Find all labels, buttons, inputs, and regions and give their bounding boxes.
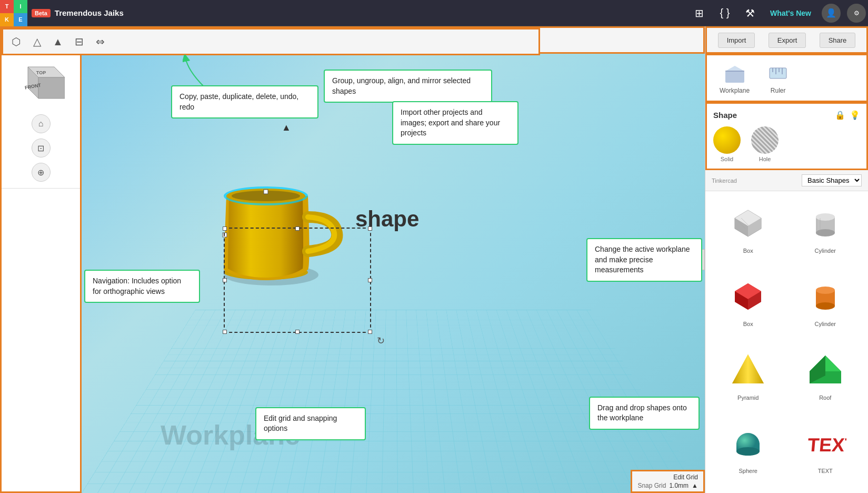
svg-rect-11: [223, 233, 227, 237]
svg-point-43: [736, 447, 760, 456]
workplane-ruler-panel: Workplane Ruler: [705, 54, 868, 102]
hole-shape-option[interactable]: Hole: [751, 126, 779, 162]
grid-view-button[interactable]: ⊞: [688, 2, 711, 25]
logo-e: E: [14, 13, 27, 26]
group-toolbar: ⬡ △ ▲ ⊟ ⇔: [2, 28, 540, 55]
shapes-grid: Box Cylinder: [705, 191, 868, 493]
mug-svg: [197, 133, 345, 291]
edit-grid-box[interactable]: Edit Grid Snap Grid 1.0mm ▲: [631, 470, 705, 493]
collapse-panel-button[interactable]: ›: [694, 249, 705, 270]
right-top-toolbar: Import Export Share: [705, 26, 868, 54]
shape-options: Solid Hole: [713, 126, 860, 162]
svg-marker-39: [732, 354, 764, 383]
library-brand: Tinkercad: [712, 178, 737, 184]
workplane-grid: [82, 310, 705, 493]
workplane-label: Workplane: [161, 419, 300, 451]
handle-right-mid: [368, 278, 372, 282]
right-panel: Import Export Share Workplane: [705, 26, 868, 493]
solid-circle[interactable]: [713, 126, 741, 154]
shape-item-cylinder-gray[interactable]: Cylinder: [787, 195, 864, 269]
hole-circle[interactable]: [751, 126, 779, 154]
svg-point-27: [816, 229, 835, 236]
svg-marker-2: [38, 77, 65, 98]
whats-new-button[interactable]: What's New: [764, 9, 817, 17]
svg-marker-13: [725, 66, 744, 71]
shape-panel-header: Shape 🔒 💡: [713, 110, 860, 120]
shape-name-box-red: Box: [743, 321, 753, 327]
user-settings[interactable]: ⚙: [847, 4, 866, 23]
topbar-right: ⊞ { } ⚒ What's New 👤 ⚙: [688, 2, 868, 25]
shape-name-roof-green: Roof: [819, 395, 831, 401]
svg-rect-15: [770, 68, 786, 78]
annotation-import-export: Import other projects and images; export…: [392, 101, 518, 145]
annotation-workplane-ruler: Change the active workplane and make pre…: [586, 238, 702, 282]
user-avatar[interactable]: 👤: [822, 4, 841, 23]
shape-name-box-gray: Box: [743, 248, 753, 254]
shape-panel: Shape 🔒 💡 Solid Hole: [705, 102, 868, 170]
svg-rect-12: [725, 71, 744, 83]
shape-name-cylinder-gray: Cylinder: [815, 248, 836, 254]
snap-grid-label: Snap Grid: [637, 482, 666, 489]
svg-text:TEXT: TEXT: [806, 434, 846, 456]
group-button[interactable]: ⬡: [6, 32, 25, 51]
shape-name-text-red: TEXT: [818, 468, 833, 474]
3d-mug: [197, 133, 345, 301]
shape-item-roof-green[interactable]: Roof: [787, 342, 864, 416]
left-toolbar: TOP FRONT ⌂ ⊡ ⊕: [0, 54, 82, 493]
tools-button[interactable]: ⚒: [739, 2, 762, 25]
shape-name-sphere-teal: Sphere: [739, 468, 757, 474]
annotation-group-align: Group, ungroup, align, and mirror select…: [324, 70, 492, 103]
logo-k: K: [0, 13, 14, 26]
library-header: Tinkercad Basic Shapes: [705, 170, 868, 191]
export-button[interactable]: Export: [769, 33, 806, 48]
annotation-copy-paste: Copy, paste, duplicate, delete, undo, re…: [171, 85, 318, 119]
lock-icon[interactable]: 🔒: [835, 110, 845, 120]
svg-point-37: [816, 287, 835, 294]
annotation-navigation: Navigation: Includes option for orthogra…: [84, 270, 200, 303]
bulb-icon[interactable]: 💡: [850, 110, 860, 120]
shape-name-cylinder-orange: Cylinder: [815, 321, 836, 327]
project-title[interactable]: Tremendous Jaiks: [55, 8, 124, 17]
align-button[interactable]: ▲: [48, 32, 67, 51]
logo-i: I: [14, 0, 27, 13]
svg-rect-10: [264, 190, 268, 194]
beta-badge: Beta: [32, 9, 51, 17]
solid-label: Solid: [721, 156, 733, 162]
import-button[interactable]: Import: [718, 33, 755, 48]
shape-item-text-red[interactable]: TEXT TEXT: [787, 416, 864, 489]
svg-point-36: [816, 302, 835, 310]
shape-item-cylinder-orange[interactable]: Cylinder: [787, 269, 864, 342]
canvas-area[interactable]: Workplane: [82, 54, 705, 493]
shape-panel-title: Shape: [713, 111, 737, 120]
hole-label: Hole: [759, 156, 771, 162]
fit-view-button[interactable]: ⊡: [32, 139, 51, 157]
top-bar: T I K E Beta Tremendous Jaiks ⊞ { } ⚒ Wh…: [0, 0, 868, 26]
ungroup-button[interactable]: △: [27, 32, 46, 51]
orthographic-button[interactable]: ⊕: [32, 163, 51, 182]
view-cube-nav: TOP FRONT ⌂ ⊡ ⊕: [2, 55, 80, 189]
svg-point-28: [816, 213, 835, 221]
shape-item-sphere-teal[interactable]: Sphere: [710, 416, 787, 489]
logo-t: T: [0, 0, 14, 13]
app-logo[interactable]: T I K E: [0, 0, 27, 26]
share-button[interactable]: Share: [820, 33, 856, 48]
shape-item-pyramid-yellow[interactable]: Pyramid: [710, 342, 787, 416]
home-view-button[interactable]: ⌂: [32, 114, 51, 133]
workplane-button[interactable]: Workplane: [713, 60, 756, 96]
svg-text:TOP: TOP: [36, 70, 45, 75]
view-cube[interactable]: TOP FRONT: [17, 62, 65, 109]
shape-item-box-red[interactable]: Box: [710, 269, 787, 342]
snap-grid-arrow[interactable]: ▲: [692, 482, 698, 489]
shape-label: shape: [355, 206, 419, 232]
align2-button[interactable]: ⊟: [69, 32, 88, 51]
snap-grid-value: 1.0mm: [669, 482, 689, 489]
solid-shape-option[interactable]: Solid: [713, 126, 741, 162]
shape-item-box-gray[interactable]: Box: [710, 195, 787, 269]
library-category-dropdown[interactable]: Basic Shapes: [802, 174, 862, 186]
code-view-button[interactable]: { }: [713, 2, 736, 25]
mug-up-arrow: ▲: [282, 122, 291, 133]
edit-grid-label[interactable]: Edit Grid: [673, 474, 698, 481]
ruler-button[interactable]: Ruler: [760, 60, 796, 96]
main-area: ⧉ 📋 ⬡ 🗑 ↩ ↪ ⬡ △ ▲ ⊟ ⇔ TOP: [0, 26, 868, 493]
mirror-button[interactable]: ⇔: [91, 32, 109, 51]
